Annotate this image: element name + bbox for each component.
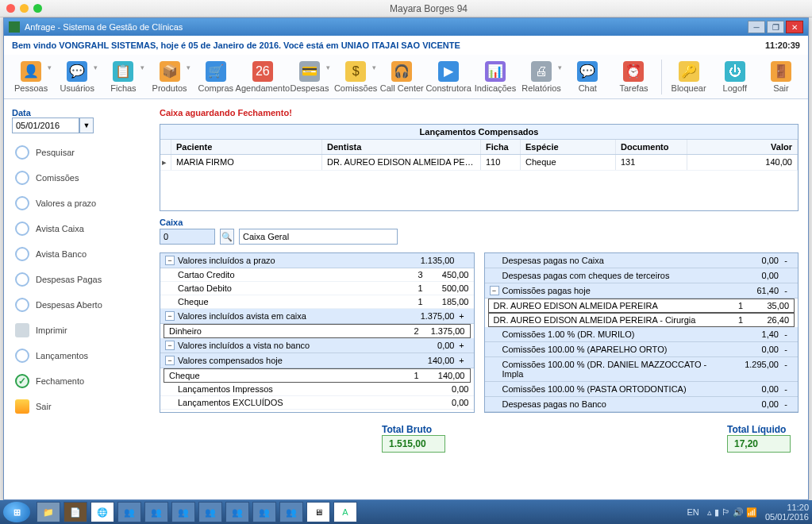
section-header[interactable]: −Comissões pagas hoje61,40-: [485, 283, 799, 299]
caixa-num-input[interactable]: [160, 229, 215, 245]
collapse-icon[interactable]: −: [165, 341, 175, 350]
taskbar-app[interactable]: 📄: [63, 502, 87, 522]
printer-icon: [15, 323, 29, 337]
section-header[interactable]: Despesas pagas no Banco0,00-: [485, 397, 799, 412]
collapse-icon[interactable]: −: [165, 311, 175, 321]
col-ficha[interactable]: Ficha: [481, 140, 521, 154]
sidebar-item-pesquisar[interactable]: Pesquisar: [12, 140, 155, 165]
date-dropdown-button[interactable]: ▼: [79, 118, 94, 133]
sidebar-item-label: Despesas Aberto: [36, 300, 102, 310]
tray-date[interactable]: 05/01/2016: [765, 512, 809, 522]
section-header[interactable]: −Valores incluídos avista em caixa1.375,…: [160, 309, 474, 324]
taskbar-app[interactable]: 🌐: [90, 502, 114, 522]
caixa-search-button[interactable]: 🔍: [220, 229, 234, 245]
taskbar-app[interactable]: 👥: [225, 502, 249, 522]
tray-icons[interactable]: ▵ ▮ 🏳 🔊 📶: [707, 507, 757, 518]
start-button[interactable]: ⊞: [3, 502, 30, 522]
col-dentista[interactable]: Dentista: [322, 140, 481, 154]
toolbar-fichas[interactable]: 📋Fichas▾: [101, 56, 145, 98]
section-header[interactable]: Comissões 100.00 % (APARELHO ORTO)0,00-: [485, 342, 799, 357]
section-header[interactable]: −Valores incluídos a prazo1.135,00: [160, 253, 474, 268]
toolbar-construtora[interactable]: ▶Construtora: [425, 56, 471, 98]
col-especie[interactable]: Espécie: [521, 140, 616, 154]
section-header[interactable]: Despesas pagas com cheques de terceiros0…: [485, 268, 799, 283]
date-input[interactable]: [12, 118, 79, 133]
taskbar-app[interactable]: 👥: [117, 502, 141, 522]
toolbar-bloquear[interactable]: 🔑Bloquear: [667, 56, 711, 98]
toolbar-despesas[interactable]: 💳Despesas▾: [287, 56, 332, 98]
taskbar-app[interactable]: 👥: [198, 502, 222, 522]
app-window: Anfrage - Sistema de Gestão de Clínicas …: [3, 17, 809, 500]
toolbar-sair[interactable]: 🚪Sair: [759, 56, 803, 98]
sidebar-item-avista-caixa[interactable]: Avista Caixa: [12, 216, 155, 241]
sidebar-item-valores-a-prazo[interactable]: Valores a prazo: [12, 191, 155, 216]
section-op: +: [455, 356, 469, 365]
sidebar: Data ▼ PesquisarComissõesValores a prazo…: [12, 108, 155, 491]
toolbar-produtos[interactable]: 📦Produtos▾: [148, 56, 192, 98]
magnifier-icon: [15, 298, 29, 312]
toolbar-logoff[interactable]: ⏻Logoff: [713, 56, 757, 98]
toolbar-indicações[interactable]: 📊Indicações: [473, 56, 518, 98]
chevron-down-icon: ▾: [94, 64, 98, 71]
caixa-nome-input[interactable]: [239, 229, 398, 245]
col-valor[interactable]: Valor: [687, 140, 798, 154]
toolbar-usuários[interactable]: 💬Usuários▾: [55, 56, 99, 98]
mac-minimize-icon[interactable]: [20, 4, 29, 13]
toolbar-call center[interactable]: 🎧Call Center: [379, 56, 424, 98]
toolbar-relatórios[interactable]: 🖨Relatórios▾: [519, 56, 564, 98]
sidebar-item-fechamento[interactable]: ✓Fechamento: [12, 368, 155, 394]
cell-paciente: MARIA FIRMO: [171, 155, 322, 170]
toolbar-agendamento[interactable]: 26Agendamento: [240, 56, 286, 98]
sidebar-item-avista-banco[interactable]: Avista Banco: [12, 241, 155, 267]
taskbar-app[interactable]: 👥: [171, 502, 195, 522]
taskbar-app[interactable]: 👥: [252, 502, 276, 522]
section-value: 1,40: [723, 329, 779, 339]
taskbar-app[interactable]: 📁: [37, 502, 60, 522]
sidebar-item-imprimir[interactable]: Imprimir: [12, 318, 155, 343]
taskbar-app[interactable]: 👥: [279, 502, 303, 522]
windows-taskbar[interactable]: ⊞ 📁 📄 🌐 👥 👥 👥 👥 👥 👥 👥 🖥 A EN ▵ ▮ 🏳 🔊 📶 1…: [0, 500, 812, 524]
people-icon: 👤: [21, 61, 41, 82]
section-header[interactable]: Comissões 100.00 % (PASTA ORTODONTICA)0,…: [485, 382, 799, 397]
tray-lang[interactable]: EN: [687, 507, 698, 517]
sidebar-item-despesas-pagas[interactable]: Despesas Pagas: [12, 267, 155, 292]
minimize-button[interactable]: ─: [748, 21, 765, 33]
sidebar-item-label: Despesas Pagas: [36, 275, 102, 284]
mac-close-icon[interactable]: [6, 4, 15, 13]
toolbar-tarefas[interactable]: ⏰Tarefas: [611, 56, 656, 98]
detail-line: Dinheiro21.375,00: [164, 324, 471, 338]
section-value: 1.375,00: [399, 311, 455, 321]
sidebar-item-lançamentos[interactable]: Lançamentos: [12, 343, 155, 368]
toolbar-chat[interactable]: 💬Chat: [565, 56, 610, 98]
magnifier-icon: [15, 272, 29, 287]
section-header[interactable]: −Valores incluídos a vista no banco0,00+: [160, 338, 474, 353]
collapse-icon[interactable]: −: [490, 286, 499, 295]
taskbar-app[interactable]: 🖥: [306, 502, 330, 522]
collapse-icon[interactable]: −: [165, 356, 175, 365]
col-paciente[interactable]: Paciente: [171, 140, 322, 154]
collapse-icon[interactable]: −: [165, 256, 175, 265]
row-marker-icon: ▸: [160, 155, 171, 170]
taskbar-app[interactable]: A: [333, 502, 357, 522]
table-row[interactable]: ▸ MARIA FIRMO DR. AUREO EDISON ALMEIDA P…: [160, 155, 798, 171]
close-button[interactable]: ✕: [786, 21, 803, 33]
tray-time[interactable]: 11:20: [765, 503, 809, 512]
section-header[interactable]: Comissões 100.00 % (DR. DANIEL MAZZOCCAT…: [485, 357, 799, 382]
mac-zoom-icon[interactable]: [33, 4, 42, 13]
taskbar-app[interactable]: 👥: [144, 502, 168, 522]
toolbar-comissões[interactable]: $Comissões▾: [333, 56, 378, 98]
sidebar-item-despesas-aberto[interactable]: Despesas Aberto: [12, 292, 155, 318]
sidebar-item-label: Avista Banco: [36, 249, 87, 259]
col-documento[interactable]: Documento: [616, 140, 687, 154]
toolbar-compras[interactable]: 🛒Compras: [194, 56, 238, 98]
section-header[interactable]: Comissões 1.00 % (DR. MURILO)1,40-: [485, 327, 799, 342]
detail-line: Cartao Debito1500,00: [160, 282, 474, 295]
app-titlebar[interactable]: Anfrage - Sistema de Gestão de Clínicas …: [4, 18, 808, 36]
fichas-icon: 📋: [113, 61, 133, 82]
section-header[interactable]: −Valores compensados hoje140,00+: [160, 353, 474, 368]
sidebar-item-comissões[interactable]: Comissões: [12, 165, 155, 191]
section-header[interactable]: Despesas pagas no Caixa0,00-: [485, 253, 799, 268]
sidebar-item-sair[interactable]: Sair: [12, 394, 155, 419]
toolbar-pessoas[interactable]: 👤Pessoas▾: [9, 56, 53, 98]
maximize-button[interactable]: ❐: [767, 21, 784, 33]
